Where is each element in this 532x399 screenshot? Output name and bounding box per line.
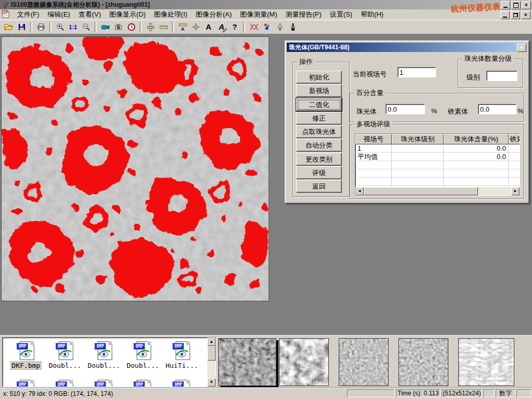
pen-icon[interactable] <box>273 21 286 33</box>
caliper-icon[interactable] <box>144 21 157 33</box>
text-icon[interactable]: A <box>202 21 215 33</box>
initialize-button[interactable]: 初始化 <box>296 71 342 84</box>
menu-image-analysis[interactable]: 图像分析(A) <box>192 9 236 20</box>
print-icon[interactable] <box>34 21 47 33</box>
menu-measure-report[interactable]: 测量报告(P) <box>281 9 325 20</box>
application-window: IS100显微摄像系统(金相分析版) - [zhuguangti01] × 杭州… <box>0 0 532 399</box>
menu-image-processing[interactable]: 图像处理(I) <box>150 9 191 20</box>
toolbar-separator <box>172 22 174 32</box>
auto-classify-button[interactable]: 自动分类 <box>296 139 342 152</box>
status-bar: x: 510 y: 79 idx: 0 RGB: (174, 174, 174)… <box>0 387 532 399</box>
file-item[interactable]: BMP HuiTi... <box>163 341 201 369</box>
measure-text-icon[interactable]: A <box>176 21 189 33</box>
file-item[interactable]: BMP Doubl... <box>46 341 84 369</box>
table-horizontal-scrollbar[interactable]: ◄ ► <box>355 187 520 195</box>
help-icon[interactable]: ? <box>228 21 241 33</box>
pick-pearlite-button[interactable]: 点取珠光体 <box>296 125 342 138</box>
open-folder-icon[interactable] <box>2 21 15 33</box>
scroll-up-icon[interactable]: ▲ <box>207 338 216 346</box>
table-row[interactable]: 平均值 0.0 <box>355 153 520 161</box>
grid-icon[interactable] <box>189 21 202 33</box>
menu-edit[interactable]: 编辑(E) <box>44 9 74 20</box>
mdi-close-button[interactable]: × <box>521 11 530 19</box>
menu-settings[interactable]: 设置(S) <box>326 9 356 20</box>
col-ferrite-content: 铁素体含量(%) <box>509 134 520 144</box>
pearlite-dialog: 珠光体(GB/T9441-88) × 操作 初始化 新视场 二值化 修正 点取珠… <box>285 41 529 204</box>
eye-icon <box>136 348 150 358</box>
save-icon[interactable] <box>15 21 28 33</box>
file-item[interactable]: BMP Doubl... <box>85 341 123 369</box>
ruler-icon[interactable] <box>157 21 170 33</box>
dialog-title: 珠光体(GB/T9441-88) <box>289 43 350 52</box>
menu-image-measure[interactable]: 图像测量(M) <box>236 9 282 20</box>
bmp-file-icon: BMP <box>94 341 114 361</box>
file-list-scrollbar[interactable]: ▲ ▼ <box>207 338 216 387</box>
micrograph-thumbnail-1[interactable] <box>218 338 276 386</box>
file-item[interactable]: BMP <box>85 379 123 387</box>
menu-file[interactable]: 文件(F) <box>13 9 44 20</box>
file-item[interactable]: BMP DKF.bmp <box>7 341 45 369</box>
ferrite-percent-input[interactable] <box>478 104 516 114</box>
grade-button[interactable]: 评级 <box>296 166 342 179</box>
video-camera-icon[interactable] <box>99 21 112 33</box>
clock-icon[interactable] <box>125 21 138 33</box>
color-classify-icon[interactable] <box>260 21 273 33</box>
scrollbar-thumb[interactable] <box>364 187 478 195</box>
dialog-title-bar[interactable]: 珠光体(GB/T9441-88) × <box>287 43 527 52</box>
eye-icon <box>175 348 189 358</box>
file-item[interactable]: BMP Doubl... <box>124 341 162 369</box>
file-item[interactable]: BMP <box>46 379 84 387</box>
file-item[interactable]: BMP <box>163 379 201 387</box>
svg-text:DOC: DOC <box>3 11 7 14</box>
pearlite-percent-input[interactable] <box>385 104 425 114</box>
menu-help[interactable]: 帮助(H) <box>356 9 388 20</box>
capture-camera-icon[interactable] <box>112 21 125 33</box>
new-field-button[interactable]: 新视场 <box>296 84 342 97</box>
window-title: IS100显微摄像系统(金相分析版) - [zhuguangti01] <box>11 1 150 9</box>
current-view-input[interactable] <box>397 67 436 77</box>
zoom-out-icon[interactable] <box>79 21 92 33</box>
menu-view[interactable]: 查看(V) <box>74 9 105 20</box>
mdi-minimize-button[interactable] <box>500 11 510 19</box>
table-row[interactable]: 1 0.0 <box>355 144 520 153</box>
change-class-button[interactable]: 更改类别 <box>296 153 342 166</box>
scrollbar-thumb[interactable] <box>207 346 216 361</box>
level-label: 级别 <box>467 73 480 82</box>
scroll-right-icon[interactable]: ► <box>511 187 520 195</box>
scrollbar-track[interactable] <box>207 361 216 378</box>
correct-button[interactable]: 修正 <box>296 112 342 125</box>
scroll-down-icon[interactable]: ▼ <box>207 378 216 387</box>
micrograph-thumbnail-2[interactable] <box>279 338 329 386</box>
window-minimize-button[interactable] <box>501 1 510 9</box>
micrograph-thumbnail-5[interactable] <box>458 338 514 386</box>
binarize-button[interactable]: 二值化 <box>296 98 342 111</box>
file-item[interactable]: BMP <box>124 379 162 387</box>
annotate-icon[interactable]: A <box>215 21 228 33</box>
scroll-left-icon[interactable]: ◄ <box>355 187 364 195</box>
zoom-in-icon[interactable] <box>54 21 66 33</box>
app-logo-icon <box>1 1 9 9</box>
window-close-button[interactable]: × <box>522 1 531 9</box>
bmp-file-icon: BMP <box>16 341 36 361</box>
brush-icon[interactable] <box>286 21 299 33</box>
gallery-panel: BMP DKF.bmp BMP Doubl... BMP Doubl... <box>0 335 532 388</box>
pearlite-unit-label: % <box>431 107 437 115</box>
multiview-group-label: 多视场评级 <box>354 121 392 128</box>
curve-tool-icon[interactable] <box>247 21 260 33</box>
menu-image-display[interactable]: 图像显示(D) <box>105 9 150 20</box>
dialog-close-icon[interactable]: × <box>517 44 526 52</box>
micrograph-thumbnail-4[interactable] <box>398 338 448 386</box>
micrograph-thumbnail-3[interactable] <box>339 338 389 386</box>
percent-group-label: 百分含量 <box>354 89 385 97</box>
mdi-workspace: 珠光体(GB/T9441-88) × 操作 初始化 新视场 二值化 修正 点取珠… <box>0 34 532 335</box>
level-input[interactable] <box>486 71 517 81</box>
document-icon[interactable]: DOC <box>2 10 10 20</box>
mdi-restore-button[interactable] <box>511 11 520 19</box>
actual-size-icon[interactable]: 1:1 <box>66 21 79 33</box>
window-maximize-button[interactable] <box>511 1 521 9</box>
return-button[interactable]: 返回 <box>296 180 342 193</box>
file-item[interactable]: BMP <box>7 379 45 387</box>
binarized-micrograph-image[interactable] <box>1 36 269 301</box>
file-name: HuiTi... <box>165 362 200 369</box>
scrollbar-track[interactable] <box>478 187 511 195</box>
